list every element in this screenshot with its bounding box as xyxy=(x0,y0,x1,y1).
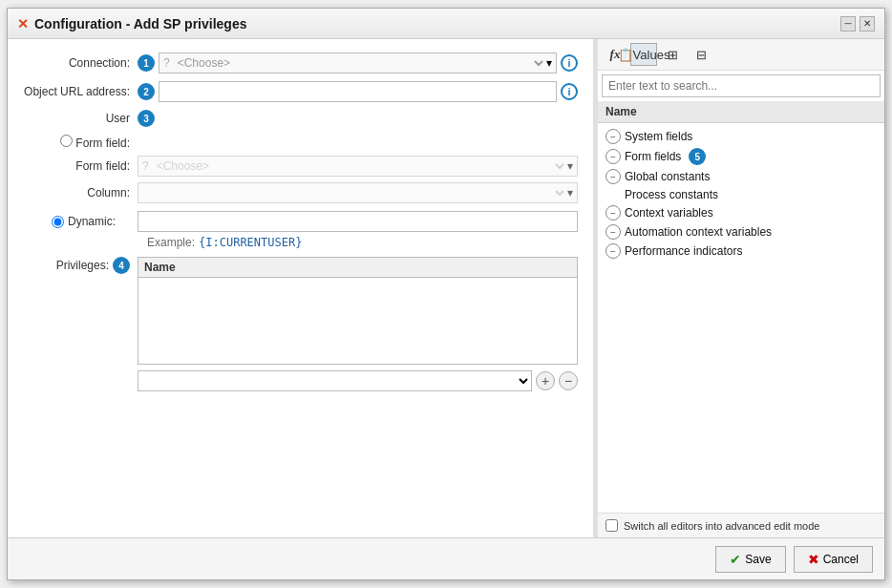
privileges-content: Name + − xyxy=(138,257,578,391)
question-icon: ? xyxy=(163,56,170,70)
save-label: Save xyxy=(745,553,771,566)
tree-item-form-fields[interactable]: − Form fields 5 xyxy=(598,146,884,167)
example-label: Example: xyxy=(147,236,195,249)
form-field-chevron-icon: ▾ xyxy=(567,159,573,173)
connection-badge: 1 xyxy=(138,54,155,72)
tree-item-system-fields[interactable]: − System fields xyxy=(598,127,884,146)
form-field-sub-label: Form field: xyxy=(52,159,138,173)
tree-label-global-constants: Global constants xyxy=(625,170,710,183)
connection-info-icon[interactable]: i xyxy=(561,54,578,72)
add-privilege-button[interactable]: + xyxy=(536,371,555,390)
chevron-down-icon: ▾ xyxy=(546,56,552,70)
form-field-radio[interactable] xyxy=(60,135,73,147)
dialog-body: Connection: 1 ? <Choose> ▾ i Object URL … xyxy=(8,39,884,537)
expand-icon-performance-indicators[interactable]: − xyxy=(605,243,621,259)
advanced-edit-row: Switch all editors into advanced edit mo… xyxy=(605,519,877,532)
object-url-info-icon[interactable]: i xyxy=(561,83,578,100)
privileges-table-body xyxy=(138,278,577,364)
advanced-edit-checkbox[interactable] xyxy=(605,519,618,532)
column-row: Column: ▾ xyxy=(52,182,578,203)
dynamic-input[interactable] xyxy=(138,211,578,232)
dialog-footer: ✔ Save ✖ Cancel xyxy=(8,537,884,579)
expand-icon-form-fields[interactable]: − xyxy=(605,149,621,164)
object-url-label: Object URL address: xyxy=(23,85,138,98)
connection-control-wrap: 1 ? <Choose> ▾ i xyxy=(138,52,578,74)
privileges-badge: 4 xyxy=(113,257,130,274)
object-url-input[interactable] xyxy=(159,81,557,102)
privileges-bottom: + − xyxy=(138,370,578,391)
tree-body: − System fields − Form fields 5 − Global… xyxy=(598,123,884,513)
tree-label-form-fields: Form fields xyxy=(625,150,681,163)
connection-select[interactable]: <Choose> xyxy=(174,55,546,71)
privileges-label: Privileges: xyxy=(56,259,109,272)
tree-label-performance-indicators: Performance indicators xyxy=(625,244,742,258)
close-button[interactable]: ✕ xyxy=(860,16,875,32)
tree-header: Name xyxy=(598,101,884,123)
privileges-select[interactable] xyxy=(138,370,532,391)
expand-icon-global-constants[interactable]: − xyxy=(605,169,621,184)
form-field-select-wrap[interactable]: ? <Choose> ▾ xyxy=(138,156,578,177)
user-badge: 3 xyxy=(138,110,155,127)
tree-label-process-constants: Process constants xyxy=(625,188,718,201)
object-url-control-wrap: 2 i xyxy=(138,81,578,102)
tree-item-process-constants[interactable]: Process constants xyxy=(598,186,884,203)
user-label: User xyxy=(23,112,138,125)
form-field-radio-row: Form field: xyxy=(52,135,578,150)
title-bar-left: ✕ Configuration - Add SP privileges xyxy=(17,16,246,32)
right-toolbar: fx 📋 Values ⊞ ⊟ xyxy=(598,39,884,71)
privileges-row: Privileges: 4 Name + − xyxy=(23,257,578,391)
privileges-table: Name xyxy=(138,257,578,365)
form-field-select[interactable]: <Choose> xyxy=(153,158,567,174)
form-field-radio-label-area: Form field: xyxy=(52,135,138,150)
save-icon: ✔ xyxy=(730,552,741,567)
form-field-select-row: Form field: ? <Choose> ▾ xyxy=(52,156,578,177)
tree-label-system-fields: System fields xyxy=(625,130,692,143)
user-label-row: User 3 xyxy=(23,110,578,127)
object-url-row: Object URL address: 2 i xyxy=(23,81,578,102)
form-fields-badge: 5 xyxy=(689,148,706,165)
tree-item-global-constants[interactable]: − Global constants xyxy=(598,167,884,186)
dynamic-radio-area: Dynamic: xyxy=(52,215,138,228)
column-select[interactable] xyxy=(142,185,567,200)
cancel-label: Cancel xyxy=(823,553,859,566)
title-bar: ✕ Configuration - Add SP privileges ─ ✕ xyxy=(8,9,884,39)
save-button[interactable]: ✔ Save xyxy=(715,546,785,573)
tree-label-context-variables: Context variables xyxy=(625,206,713,220)
connection-label: Connection: xyxy=(23,56,138,70)
left-panel: Connection: 1 ? <Choose> ▾ i Object URL … xyxy=(8,39,594,537)
connection-select-wrap[interactable]: ? <Choose> ▾ xyxy=(159,52,557,74)
dynamic-label: Dynamic: xyxy=(68,215,116,228)
table-icon-button[interactable]: ⊞ xyxy=(659,43,686,66)
example-row: Example: {I:CURRENTUSER} xyxy=(147,236,578,249)
columns-icon-button[interactable]: ⊟ xyxy=(688,43,714,66)
dynamic-row: Dynamic: xyxy=(52,211,578,232)
tree-item-context-variables[interactable]: − Context variables xyxy=(598,203,884,222)
user-sub-section: Form field: Form field: ? <Choose> ▾ xyxy=(52,135,578,249)
dynamic-radio[interactable] xyxy=(52,216,64,228)
cancel-button[interactable]: ✖ Cancel xyxy=(794,546,873,573)
values-icon: 📋 xyxy=(618,48,633,62)
tree-item-automation-context-variables[interactable]: − Automation context variables xyxy=(598,222,884,242)
expand-icon-automation-context-variables[interactable]: − xyxy=(605,224,621,240)
search-input[interactable] xyxy=(602,74,881,97)
values-tab[interactable]: 📋 Values xyxy=(630,43,657,66)
dialog-icon: ✕ xyxy=(17,16,29,32)
privileges-table-header: Name xyxy=(138,258,577,278)
dialog: ✕ Configuration - Add SP privileges ─ ✕ … xyxy=(7,8,885,580)
dialog-title: Configuration - Add SP privileges xyxy=(34,16,246,32)
right-panel-footer: Switch all editors into advanced edit mo… xyxy=(598,513,884,537)
form-field-question-icon: ? xyxy=(142,159,149,173)
expand-icon-system-fields[interactable]: − xyxy=(605,129,621,144)
column-select-wrap[interactable]: ▾ xyxy=(138,182,578,203)
tree-item-performance-indicators[interactable]: − Performance indicators xyxy=(598,242,884,261)
expand-icon-context-variables[interactable]: − xyxy=(605,205,621,220)
minimize-button[interactable]: ─ xyxy=(840,16,856,32)
cancel-icon: ✖ xyxy=(808,552,819,567)
advanced-edit-label: Switch all editors into advanced edit mo… xyxy=(624,520,819,532)
remove-privilege-button[interactable]: − xyxy=(559,371,578,390)
title-controls: ─ ✕ xyxy=(840,16,875,32)
example-value: {I:CURRENTUSER} xyxy=(199,236,302,249)
form-field-radio-label: Form field: xyxy=(75,136,130,150)
column-label: Column: xyxy=(52,186,138,200)
column-chevron-icon: ▾ xyxy=(567,186,573,200)
